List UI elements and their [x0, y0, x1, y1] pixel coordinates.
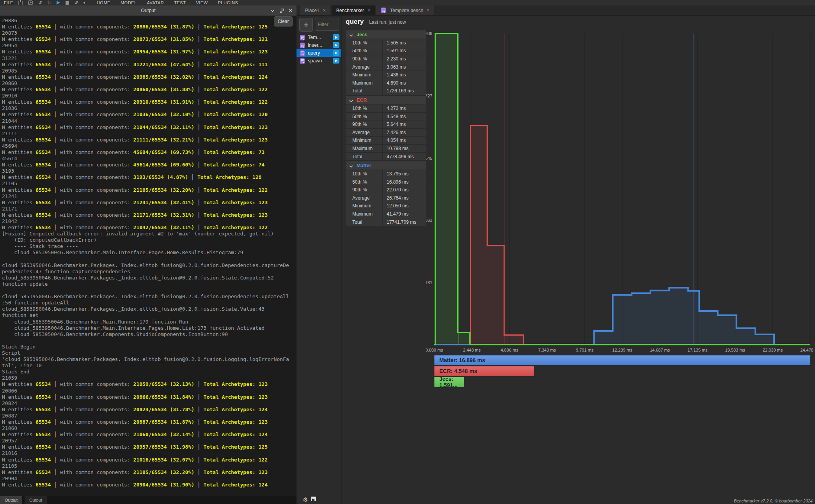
reset-icon[interactable]: ↺ [75, 0, 78, 5]
redo-icon[interactable]: ↻ [47, 0, 51, 5]
play-icon[interactable] [57, 1, 60, 5]
clear-button[interactable]: Clear [274, 16, 293, 27]
chevron-down-icon [349, 97, 353, 104]
console-line: 20887 [2, 413, 297, 419]
chevron-down-icon[interactable] [270, 9, 275, 12]
console-line: cloud_5853950046.Benchmarker.Packages._I… [2, 306, 297, 312]
console-entry-line: N entities 65534 │ with common component… [2, 87, 297, 93]
menu-home[interactable]: HOME [97, 0, 110, 5]
legend-bar-jecs[interactable]: Jecs: 1.591... [434, 377, 464, 387]
stat-label: Maximum [346, 210, 382, 218]
console-line: cloud_5853950046.Benchmarker.Components.… [2, 331, 297, 338]
console-line: 20873 [2, 30, 297, 36]
close-icon[interactable] [289, 9, 293, 12]
bottom-tab-output[interactable]: Output [0, 496, 22, 504]
console-line: Stack End [2, 369, 297, 375]
console-line: 20824 [2, 400, 297, 407]
menu-avatar[interactable]: AVATAR [147, 0, 164, 5]
tab-template-bench[interactable]: Template.bench× [376, 5, 434, 15]
svg-text:2.448 ms: 2.448 ms [463, 348, 481, 352]
benchmark-item-inser[interactable]: inser... [297, 41, 341, 49]
legend-bar-ecr[interactable]: ECR: 4.548 ms [434, 366, 534, 376]
stat-label: Maximum [346, 145, 382, 152]
output-panel: Output Clear 20886N entities 65534 │ wit… [0, 5, 297, 496]
script-icon [300, 50, 305, 56]
stat-row: Average7.426 ms [346, 129, 426, 136]
stat-row: Total4778.496 ms [346, 153, 426, 161]
add-benchmark-button[interactable]: + [299, 18, 313, 32]
console-line: 21060 [2, 425, 297, 431]
stat-value: 2.230 ms [383, 55, 426, 63]
benchmark-item-query[interactable]: query [297, 49, 341, 57]
undo-icon[interactable]: ↺ [38, 0, 42, 5]
caret-down-icon[interactable]: ▾ [83, 1, 85, 5]
docs-icon[interactable] [311, 496, 316, 503]
console-entry-line: N entities 65534 │ with common component… [2, 381, 297, 387]
benchmark-item-spawn[interactable]: spawn [297, 57, 341, 65]
menu-model[interactable]: MODEL [121, 0, 137, 5]
stat-row: 10th %13.795 ms [346, 170, 426, 178]
stop-icon[interactable] [66, 1, 69, 5]
bottom-tab-bar: OutputOutput [0, 496, 297, 504]
stat-label: 50th % [346, 178, 382, 186]
settings-gear-icon[interactable]: ⚙ [303, 496, 308, 503]
stat-value: 22.070 ms [383, 186, 426, 194]
console-entry-line: N entities 65534 │ with common component… [2, 74, 297, 80]
console-line: 21044 [2, 118, 297, 124]
filter-input[interactable] [315, 18, 339, 30]
console-line: 3193 [2, 168, 297, 174]
file-menu[interactable]: FILE [4, 0, 13, 5]
run-benchmark-button[interactable] [333, 50, 339, 56]
run-benchmark-button[interactable] [333, 34, 339, 40]
console-entry-line: N entities 65534 │ with common component… [2, 49, 297, 55]
stat-label: Total [346, 218, 382, 226]
svg-text:363: 363 [426, 218, 432, 223]
stat-row: Maximum4.690 ms [346, 79, 426, 87]
run-benchmark-button[interactable] [333, 42, 339, 48]
console-entry-line: N entities 65534 │ with common component… [2, 137, 297, 143]
section-header-matter[interactable]: Matter [346, 161, 426, 170]
tab-close-icon[interactable]: × [427, 8, 430, 13]
bottom-tab-output[interactable]: Output [25, 496, 47, 504]
tab-close-icon[interactable]: × [323, 8, 326, 13]
console-log[interactable]: 20886N entities 65534 │ with common comp… [0, 16, 297, 496]
console-entry-line: N entities 65534 │ with common component… [2, 174, 297, 180]
paste-icon[interactable] [18, 0, 23, 5]
open-icon[interactable] [28, 0, 33, 5]
stat-value: 4.272 ms [383, 104, 426, 112]
stat-value: 17741.709 ms [383, 218, 426, 226]
section-header-ecr[interactable]: ECR [346, 96, 426, 104]
menu-view[interactable]: VIEW [196, 0, 208, 5]
legend-bar-matter[interactable]: Matter: 16.896 ms [434, 355, 810, 365]
stat-row: Maximum10.798 ms [346, 145, 426, 152]
dock-icon[interactable] [279, 9, 284, 13]
stat-row: 90th %2.230 ms [346, 55, 426, 63]
histogram-chart[interactable]: 0.000 ms2.448 ms4.896 ms7.343 ms9.791 ms… [426, 23, 815, 359]
stat-label: Maximum [346, 79, 382, 87]
benchmark-list: Tem...inser...queryspawn [297, 34, 341, 65]
svg-text:14.687 ms: 14.687 ms [650, 348, 670, 352]
stat-label: Average [346, 194, 382, 202]
console-line: 20886 [2, 18, 297, 24]
stat-label: 90th % [346, 55, 382, 63]
svg-text:4.896 ms: 4.896 ms [501, 348, 518, 352]
benchmark-item-Tem[interactable]: Tem... [297, 34, 341, 41]
console-entry-line: N entities 65534 │ with common component… [2, 62, 297, 68]
console-entry-line: N entities 65534 │ with common component… [2, 482, 297, 488]
tab-close-icon[interactable]: × [368, 8, 370, 13]
menu-plugins[interactable]: PLUGINS [218, 0, 238, 5]
console-line [2, 256, 297, 262]
console-line: 21241 [2, 193, 297, 200]
run-benchmark-button[interactable] [333, 58, 339, 64]
tab-benchmarker[interactable]: Benchmarker× [332, 5, 375, 15]
chevron-down-icon [349, 162, 353, 169]
tab-place1[interactable]: Place1× [300, 5, 330, 15]
output-panel-header[interactable]: Output [0, 5, 297, 16]
console-line: cloud_5853950046.Benchmarker.Main.Interf… [2, 325, 297, 331]
section-header-jecs[interactable]: Jecs [346, 30, 426, 39]
menu-bar: HOMEMODELAVATARTESTVIEWPLUGINS [97, 0, 238, 5]
console-line [2, 338, 297, 344]
console-line: pendencies:47 function captureDependenci… [2, 269, 297, 275]
console-line: 20957 [2, 438, 297, 444]
menu-test[interactable]: TEST [174, 0, 186, 5]
